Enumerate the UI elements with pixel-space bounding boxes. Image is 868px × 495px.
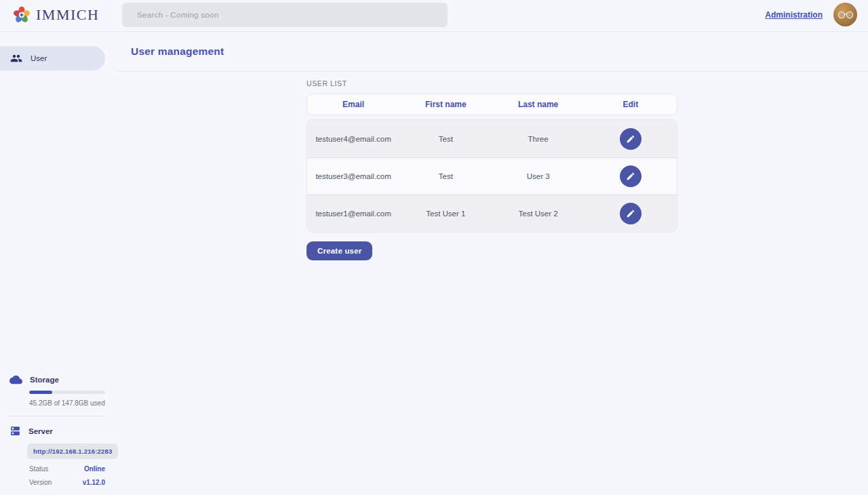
user-avatar[interactable]: [833, 3, 857, 26]
server-icon: [9, 425, 21, 437]
cell-last-name: Three: [492, 135, 585, 143]
table-row: testuser1@email.com Test User 1 Test Use…: [307, 195, 677, 232]
cell-first-name: Test User 1: [399, 210, 492, 218]
cell-last-name: User 3: [492, 172, 585, 180]
column-header-last-name: Last name: [492, 100, 585, 109]
page-title: User management: [131, 45, 224, 58]
server-version-row: Version v1.12.0: [29, 479, 105, 486]
logo-wordmark: IMMICH: [36, 6, 99, 24]
table-row: testuser4@email.com Test Three: [307, 120, 677, 157]
main-panel: User management USER LIST Email First na…: [116, 32, 868, 495]
storage-progress-fill: [29, 391, 52, 394]
sidebar-item-user[interactable]: User: [0, 46, 105, 71]
cell-first-name: Test: [399, 135, 492, 143]
administration-link[interactable]: Administration: [765, 10, 823, 20]
sidebar-footer: Storage 45.2GB of 147.8GB used S: [0, 375, 116, 486]
server-status-row: Status Online: [29, 465, 105, 473]
storage-usage-text: 45.2GB of 147.8GB used: [29, 399, 105, 407]
column-header-edit: Edit: [585, 100, 677, 109]
cell-email: testuser1@email.com: [307, 210, 399, 218]
server-title: Server: [28, 427, 53, 435]
users-icon: [10, 52, 22, 64]
column-header-email: Email: [307, 100, 399, 109]
immich-flower-icon: [12, 5, 31, 24]
pencil-icon: [626, 209, 635, 218]
user-table: Email First name Last name Edit testuser…: [307, 94, 677, 233]
cell-email: testuser4@email.com: [307, 135, 399, 143]
status-label: Status: [29, 465, 48, 473]
admin-sidebar: User Storage 45.2GB of 147.8GB used: [0, 32, 116, 495]
table-header-row: Email First name Last name Edit: [307, 94, 677, 115]
version-label: Version: [29, 479, 52, 486]
cell-last-name: Test User 2: [492, 210, 585, 218]
create-user-button[interactable]: Create user: [307, 241, 372, 260]
server-url-badge: http://192.168.1.216:2283: [27, 443, 118, 459]
cell-first-name: Test: [399, 172, 492, 180]
storage-header: Storage: [0, 375, 116, 384]
server-header: Server: [0, 425, 116, 437]
immich-app: IMMICH Administration User: [0, 0, 868, 495]
glasses-photo-detail: [837, 10, 854, 20]
sidebar-item-label: User: [31, 54, 47, 62]
column-header-first-name: First name: [399, 100, 492, 109]
sidebar-divider: [9, 416, 105, 416]
edit-user-button[interactable]: [620, 128, 642, 150]
table-row: testuser3@email.com Test User 3: [307, 157, 677, 195]
cloud-icon: [9, 375, 22, 384]
pencil-icon: [626, 134, 635, 144]
status-value: Online: [84, 465, 105, 473]
page-title-bar: User management: [116, 32, 868, 72]
top-header: IMMICH Administration: [0, 0, 868, 32]
edit-user-button[interactable]: [620, 165, 642, 187]
search-input[interactable]: [122, 3, 448, 27]
cell-email: testuser3@email.com: [307, 172, 399, 180]
version-value: v1.12.0: [83, 479, 105, 486]
storage-progress-bar: [29, 391, 105, 394]
immich-logo[interactable]: IMMICH: [12, 5, 99, 24]
table-body: testuser4@email.com Test Three: [307, 119, 677, 233]
pencil-icon: [626, 172, 635, 181]
storage-title: Storage: [30, 376, 59, 384]
edit-user-button[interactable]: [620, 203, 642, 224]
user-management-content: USER LIST Email First name Last name Edi…: [116, 72, 868, 260]
section-title: USER LIST: [307, 79, 868, 87]
